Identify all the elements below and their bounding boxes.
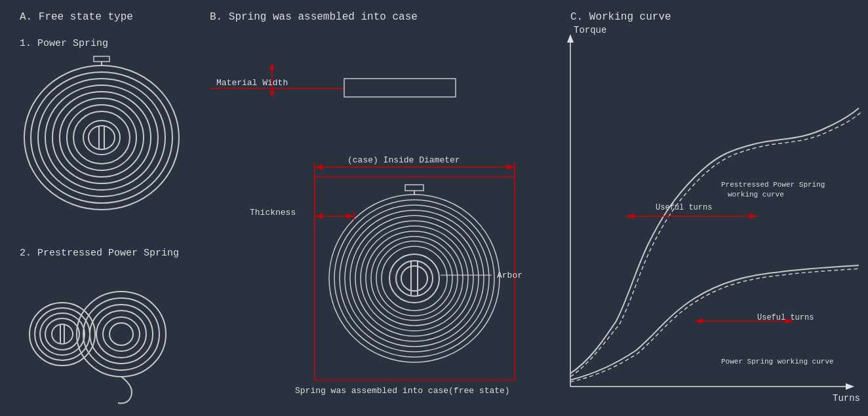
prestressed-curve-dash: [570, 111, 862, 377]
arbor-label: Arbor: [497, 271, 523, 280]
material-width-arrow-down: [269, 91, 275, 98]
turns-axis-arrow: [846, 383, 854, 390]
svg-point-25: [103, 317, 140, 351]
useful-turns-2-arrow-left: [695, 318, 703, 324]
svg-point-34: [366, 231, 463, 326]
prestressed-curve-label2: working curve: [728, 191, 784, 199]
useful-turns-2-label: Useful turns: [757, 313, 814, 322]
svg-point-23: [90, 305, 153, 364]
svg-rect-13: [94, 56, 109, 62]
inside-diam-arrow-left: [315, 164, 323, 170]
prestressed-curve-label1: Prestressed Power Spring: [721, 181, 825, 189]
svg-point-38: [389, 254, 439, 303]
svg-point-18: [52, 324, 73, 344]
svg-point-9: [89, 126, 115, 149]
thickness-arrow-left: [315, 214, 323, 219]
assembled-spring: [329, 185, 500, 362]
svg-point-0: [24, 66, 179, 210]
material-width-label: Material Width: [216, 78, 288, 88]
inside-diam-label: (case) Inside Diameter: [347, 155, 460, 165]
svg-point-40: [401, 266, 427, 291]
header-a: A. Free state type: [20, 11, 133, 23]
inside-diam-arrow-right: [507, 164, 515, 170]
torque-axis-arrow: [567, 34, 574, 43]
svg-point-26: [109, 323, 133, 345]
section1-label: 1. Power Spring: [20, 38, 108, 49]
power-spring-curve-label: Power Spring working curve: [721, 358, 834, 366]
prestressed-curve: [570, 108, 859, 373]
svg-point-29: [340, 205, 489, 352]
svg-point-3: [45, 85, 158, 190]
prestressed-spring-right: [77, 292, 166, 404]
svg-point-27: [329, 195, 500, 362]
svg-point-17: [45, 318, 79, 350]
svg-point-5: [60, 98, 144, 177]
power-spring-free: [24, 56, 179, 210]
spring-assembled-label: Spring was assembled into case(free stat…: [295, 386, 510, 396]
thickness-arrow-right: [346, 214, 354, 219]
svg-point-16: [40, 313, 85, 355]
svg-point-6: [67, 105, 136, 170]
svg-point-35: [371, 236, 458, 320]
main-container: A. Free state type B. Spring was assembl…: [0, 0, 868, 416]
main-svg: A. Free state type B. Spring was assembl…: [0, 0, 868, 416]
material-width-box: [344, 79, 456, 97]
useful-turns-1-arrow-right: [749, 214, 757, 219]
useful-turns-1-arrow-left: [626, 214, 634, 219]
torque-label: Torque: [574, 25, 606, 35]
prestressed-spring-left: [30, 303, 95, 366]
header-c: C. Working curve: [570, 11, 671, 23]
useful-turns-1-label: Useful turns: [656, 203, 712, 212]
thickness-label: Thickness: [250, 208, 296, 217]
svg-rect-44: [405, 185, 424, 191]
svg-point-37: [382, 246, 447, 311]
svg-point-28: [334, 200, 494, 357]
svg-point-2: [38, 79, 165, 197]
header-b: B. Spring was assembled into case: [210, 11, 418, 23]
section2-label: 2. Prestressed Power Spring: [20, 248, 179, 259]
material-width-arrow-up: [269, 63, 275, 69]
turns-label: Turns: [833, 393, 860, 404]
svg-point-32: [355, 221, 473, 336]
svg-point-31: [350, 216, 479, 341]
svg-point-7: [73, 111, 130, 164]
svg-point-36: [376, 241, 452, 316]
